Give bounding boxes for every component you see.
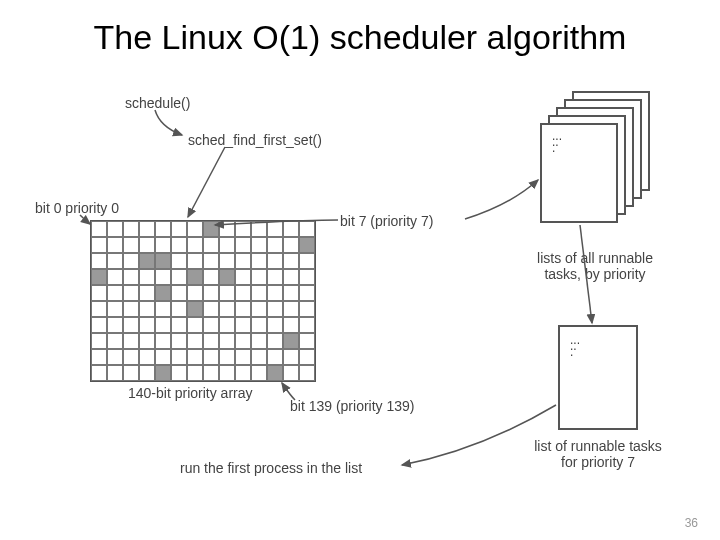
bitmap-cell <box>267 221 283 237</box>
bitmap-cell <box>283 301 299 317</box>
bitmap-cell <box>219 301 235 317</box>
card-dots: ...... <box>552 133 562 151</box>
bitmap-cell <box>251 349 267 365</box>
bitmap-cell <box>235 301 251 317</box>
bitmap-cell <box>107 269 123 285</box>
priority-bitmap-grid <box>90 220 316 382</box>
bitmap-cell <box>91 253 107 269</box>
bitmap-cell <box>171 269 187 285</box>
bitmap-cell <box>251 237 267 253</box>
bitmap-cell <box>187 365 203 381</box>
bitmap-cell <box>91 349 107 365</box>
bitmap-cell <box>267 237 283 253</box>
bitmap-cell <box>107 349 123 365</box>
bitmap-cell <box>219 333 235 349</box>
bitmap-cell <box>283 333 299 349</box>
bitmap-cell <box>155 349 171 365</box>
bitmap-cell <box>155 333 171 349</box>
bitmap-cell <box>267 269 283 285</box>
bitmap-cell <box>203 237 219 253</box>
bitmap-cell <box>155 269 171 285</box>
bitmap-cell <box>251 333 267 349</box>
bitmap-cell <box>203 221 219 237</box>
bitmap-cell <box>299 253 315 269</box>
bitmap-cell <box>107 301 123 317</box>
bitmap-cell <box>155 301 171 317</box>
bitmap-cell <box>139 269 155 285</box>
bitmap-cell <box>123 333 139 349</box>
bitmap-cell <box>187 285 203 301</box>
bitmap-cell <box>107 365 123 381</box>
page-title: The Linux O(1) scheduler algorithm <box>0 18 720 57</box>
bitmap-cell <box>203 301 219 317</box>
bitmap-cell <box>283 269 299 285</box>
bitmap-cell <box>235 285 251 301</box>
bitmap-cell <box>123 285 139 301</box>
bitmap-cell <box>187 349 203 365</box>
bitmap-cell <box>299 285 315 301</box>
bitmap-cell <box>107 237 123 253</box>
bitmap-cell <box>91 269 107 285</box>
bitmap-cell <box>171 365 187 381</box>
bitmap-cell <box>251 317 267 333</box>
bitmap-cell <box>91 285 107 301</box>
bitmap-cell <box>155 285 171 301</box>
bitmap-cell <box>123 253 139 269</box>
bitmap-cell <box>251 253 267 269</box>
bitmap-cell <box>91 317 107 333</box>
bitmap-cell <box>219 285 235 301</box>
bitmap-cell <box>235 333 251 349</box>
bitmap-cell <box>235 349 251 365</box>
diagram-area: schedule() sched_find_first_set() bit 0 … <box>20 85 700 500</box>
bitmap-cell <box>155 253 171 269</box>
bitmap-cell <box>107 253 123 269</box>
bitmap-cell <box>299 333 315 349</box>
bitmap-cell <box>299 269 315 285</box>
bitmap-cell <box>91 365 107 381</box>
bitmap-cell <box>283 237 299 253</box>
label-single-caption: list of runnable tasks for priority 7 <box>518 438 678 470</box>
bitmap-cell <box>267 301 283 317</box>
bitmap-cell <box>139 285 155 301</box>
bitmap-cell <box>187 333 203 349</box>
label-bit139: bit 139 (priority 139) <box>290 398 415 414</box>
page-number: 36 <box>685 516 698 530</box>
bitmap-cell <box>203 349 219 365</box>
bitmap-cell <box>171 253 187 269</box>
bitmap-cell <box>187 301 203 317</box>
bitmap-cell <box>267 349 283 365</box>
bitmap-cell <box>171 333 187 349</box>
bitmap-cell <box>91 237 107 253</box>
label-run-first: run the first process in the list <box>180 460 362 476</box>
bitmap-cell <box>171 221 187 237</box>
bitmap-cell <box>235 237 251 253</box>
bitmap-cell <box>139 349 155 365</box>
bitmap-cell <box>267 285 283 301</box>
bitmap-cell <box>299 301 315 317</box>
bitmap-cell <box>155 317 171 333</box>
arrow-bit0 <box>80 215 90 224</box>
label-schedule: schedule() <box>125 95 190 111</box>
bitmap-cell <box>123 317 139 333</box>
bitmap-cell <box>107 285 123 301</box>
bitmap-cell <box>139 253 155 269</box>
bitmap-cell <box>267 253 283 269</box>
bitmap-cell <box>203 285 219 301</box>
bitmap-cell <box>299 237 315 253</box>
bitmap-cell <box>139 221 155 237</box>
bitmap-cell <box>299 317 315 333</box>
bitmap-cell <box>299 221 315 237</box>
arrow-schedule-to-find <box>155 110 182 135</box>
bitmap-cell <box>283 317 299 333</box>
bitmap-cell <box>283 285 299 301</box>
bitmap-cell <box>123 237 139 253</box>
bitmap-cell <box>267 317 283 333</box>
bitmap-cell <box>203 333 219 349</box>
bitmap-cell <box>219 221 235 237</box>
bitmap-cell <box>283 349 299 365</box>
bitmap-cell <box>155 221 171 237</box>
bitmap-cell <box>187 221 203 237</box>
bitmap-cell <box>171 317 187 333</box>
bitmap-cell <box>219 237 235 253</box>
bitmap-cell <box>267 333 283 349</box>
